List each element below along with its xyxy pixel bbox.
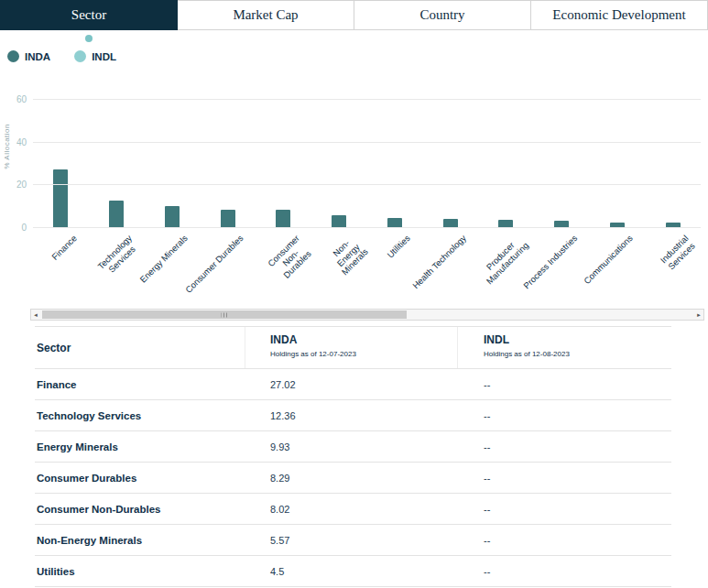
table-row-consumer-durables: Consumer Durables8.29-- — [35, 463, 671, 494]
holdings-table: Sector INDA Holdings as of 12-07-2023 IN… — [35, 326, 671, 587]
x-tick-label: Technology Services — [96, 234, 141, 278]
x-tick-label: Consumer Non- Durables — [266, 234, 315, 283]
scroll-left-arrow-icon[interactable]: ◄ — [31, 310, 40, 320]
bar-producer-manufacturing[interactable] — [498, 220, 513, 227]
y-tick-label: 20 — [16, 180, 27, 190]
legend-swatch-icon — [7, 50, 19, 62]
table-header-row: Sector INDA Holdings as of 12-07-2023 IN… — [35, 327, 671, 369]
bar-non-energy-minerals[interactable] — [332, 215, 346, 227]
bar-finance[interactable] — [53, 169, 68, 227]
tab-sector[interactable]: Sector — [0, 0, 178, 30]
x-label-slot: Communications — [590, 229, 646, 310]
x-label-slot: Consumer Durables — [200, 229, 256, 310]
legend-label: INDA — [25, 51, 50, 62]
bar-slot — [367, 90, 423, 227]
x-label-slot: Consumer Non- Durables — [256, 229, 311, 310]
indl-value-cell: -- — [458, 379, 671, 390]
bar-slot — [590, 90, 646, 227]
indl-value-cell: -- — [458, 473, 671, 484]
sector-column-header: Sector — [37, 342, 71, 354]
x-tick-label: Producer Manufacturing — [478, 234, 531, 287]
bar-slot — [200, 90, 256, 227]
table-row-non-energy-minerals: Non-Energy Minerals5.57-- — [35, 525, 671, 556]
bar-utilities[interactable] — [387, 218, 402, 227]
x-tick-label: Utilities — [386, 234, 412, 260]
gridline — [33, 227, 701, 228]
bar-consumer-durables[interactable] — [221, 210, 235, 227]
inda-value-cell: 4.5 — [245, 566, 458, 577]
bar-slot — [478, 90, 534, 227]
bar-consumer-non-durables[interactable] — [276, 210, 290, 227]
plot-area: 0204060 — [33, 90, 701, 227]
inda-value-cell: 5.57 — [245, 535, 458, 546]
tab-bar: SectorMarket CapCountryEconomic Developm… — [0, 0, 708, 30]
horizontal-scrollbar[interactable]: ◄ ► — [30, 309, 704, 321]
x-label-slot: Industrial Services — [645, 229, 701, 310]
table-row-utilities: Utilities4.5-- — [35, 556, 671, 587]
indl-column-header: INDL — [484, 333, 671, 346]
y-axis-title: % Allocation — [3, 124, 11, 169]
gridline — [33, 184, 701, 185]
table-row-consumer-non-durables: Consumer Non-Durables8.02-- — [35, 494, 671, 525]
legend-item-inda[interactable]: INDA — [7, 50, 50, 62]
tab-country[interactable]: Country — [354, 0, 531, 30]
table-body: Finance27.02--Technology Services12.36--… — [35, 369, 671, 587]
x-label-slot: Health Technology — [422, 229, 478, 310]
bar-slot — [645, 90, 701, 227]
bar-slot — [256, 90, 311, 227]
sector-cell: Energy Minerals — [35, 441, 245, 452]
inda-value-cell: 27.02 — [245, 379, 458, 390]
y-tick-label: 40 — [16, 136, 27, 147]
x-label-slot: Non- Energy Minerals — [311, 229, 367, 310]
bar-slot — [33, 90, 89, 227]
bar-slot — [534, 90, 590, 227]
inda-holdings-date: Holdings as of 12-07-2023 — [270, 350, 457, 358]
chart-legend: INDAINDL — [7, 50, 116, 62]
legend-label: INDL — [92, 51, 116, 62]
indl-holdings-date: Holdings as of 12-08-2023 — [484, 350, 671, 358]
bar-technology-services[interactable] — [109, 201, 124, 227]
indl-value-cell: -- — [458, 410, 671, 421]
indl-value-cell: -- — [458, 535, 671, 546]
gridline — [33, 142, 701, 143]
x-tick-label: Communications — [583, 234, 636, 287]
sector-cell: Finance — [35, 379, 245, 390]
table-header-sector: Sector — [35, 327, 245, 368]
x-label-slot: Finance — [33, 229, 89, 310]
x-tick-label: Non- Energy Minerals — [327, 234, 371, 278]
bar-health-technology[interactable] — [443, 219, 458, 227]
table-row-energy-minerals: Energy Minerals9.93-- — [35, 431, 671, 463]
x-tick-label: Energy Minerals — [138, 234, 190, 285]
fund-comparison-panel: SectorMarket CapCountryEconomic Developm… — [0, 0, 708, 588]
table-row-finance: Finance27.02-- — [35, 369, 671, 400]
indl-value-cell: -- — [458, 441, 671, 452]
sector-cell: Technology Services — [35, 410, 245, 421]
tab-market-cap[interactable]: Market Cap — [177, 0, 354, 30]
scrollbar-thumb[interactable] — [42, 310, 407, 319]
sector-cell: Consumer Durables — [35, 473, 245, 484]
inda-value-cell: 8.29 — [245, 473, 458, 484]
inda-value-cell: 12.36 — [245, 410, 458, 421]
scrollbar-grip-icon — [222, 312, 228, 317]
x-label-slot: Process Industries — [534, 229, 590, 310]
indl-value-cell: -- — [458, 504, 671, 515]
legend-item-indl[interactable]: INDL — [74, 50, 116, 62]
x-label-slot: Technology Services — [89, 229, 145, 310]
inda-value-cell: 8.02 — [245, 504, 458, 515]
y-tick-label: 0 — [21, 223, 27, 233]
table-header-inda: INDA Holdings as of 12-07-2023 — [245, 327, 458, 368]
x-tick-label: Finance — [49, 234, 78, 262]
table-header-indl: INDL Holdings as of 12-08-2023 — [458, 327, 671, 368]
x-label-slot: Utilities — [367, 229, 423, 310]
bar-slot — [89, 90, 145, 227]
bar-process-industries[interactable] — [554, 221, 569, 227]
bar-energy-minerals[interactable] — [165, 206, 180, 227]
sector-cell: Non-Energy Minerals — [35, 535, 245, 546]
x-axis-labels: FinanceTechnology ServicesEnergy Mineral… — [33, 229, 701, 310]
tab-economic-development[interactable]: Economic Development — [530, 0, 708, 30]
indicator-dot[interactable] — [85, 35, 93, 42]
scroll-right-arrow-icon[interactable]: ► — [694, 310, 703, 320]
legend-swatch-icon — [74, 50, 86, 62]
y-tick-label: 60 — [16, 94, 27, 104]
table-row-technology-services: Technology Services12.36-- — [35, 400, 671, 431]
